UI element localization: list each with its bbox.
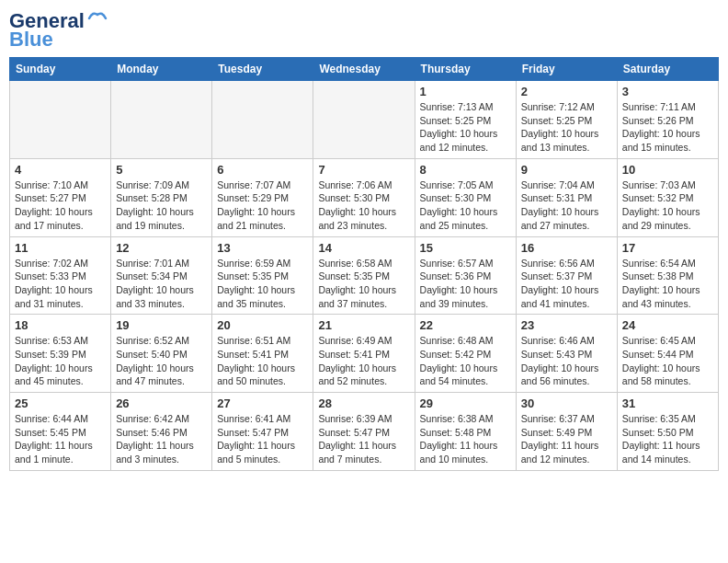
day-info: Sunrise: 7:03 AM Sunset: 5:32 PM Dayligh… (622, 178, 713, 233)
day-number: 15 (420, 241, 511, 255)
week-row-2: 4Sunrise: 7:10 AM Sunset: 5:27 PM Daylig… (10, 158, 719, 236)
day-number: 26 (116, 396, 207, 410)
day-info: Sunrise: 7:09 AM Sunset: 5:28 PM Dayligh… (116, 178, 207, 233)
day-info: Sunrise: 6:59 AM Sunset: 5:35 PM Dayligh… (217, 257, 308, 311)
calendar-cell: 15Sunrise: 6:57 AM Sunset: 5:36 PM Dayli… (415, 236, 516, 315)
day-number: 27 (217, 396, 308, 410)
header-day-tuesday: Tuesday (212, 58, 313, 81)
calendar-cell: 26Sunrise: 6:42 AM Sunset: 5:46 PM Dayli… (111, 393, 212, 471)
day-info: Sunrise: 6:39 AM Sunset: 5:47 PM Dayligh… (318, 412, 409, 466)
calendar-cell: 11Sunrise: 7:02 AM Sunset: 5:33 PM Dayli… (10, 236, 111, 315)
calendar-cell: 10Sunrise: 7:03 AM Sunset: 5:32 PM Dayli… (617, 158, 718, 236)
calendar-cell (111, 81, 212, 159)
day-info: Sunrise: 7:06 AM Sunset: 5:30 PM Dayligh… (318, 178, 409, 233)
calendar-cell (313, 81, 415, 159)
calendar: SundayMondayTuesdayWednesdayThursdayFrid… (9, 57, 719, 471)
calendar-cell: 8Sunrise: 7:05 AM Sunset: 5:30 PM Daylig… (415, 158, 516, 236)
day-number: 20 (217, 318, 308, 332)
calendar-cell: 14Sunrise: 6:58 AM Sunset: 5:35 PM Dayli… (313, 236, 415, 315)
day-number: 17 (622, 241, 713, 255)
calendar-cell: 16Sunrise: 6:56 AM Sunset: 5:37 PM Dayli… (516, 236, 617, 315)
day-info: Sunrise: 6:45 AM Sunset: 5:44 PM Dayligh… (622, 334, 713, 388)
calendar-cell: 22Sunrise: 6:48 AM Sunset: 5:42 PM Dayli… (415, 315, 516, 393)
day-info: Sunrise: 6:44 AM Sunset: 5:45 PM Dayligh… (15, 412, 106, 466)
day-info: Sunrise: 6:37 AM Sunset: 5:49 PM Dayligh… (521, 412, 612, 466)
calendar-cell: 2Sunrise: 7:12 AM Sunset: 5:25 PM Daylig… (516, 81, 617, 159)
week-row-5: 25Sunrise: 6:44 AM Sunset: 5:45 PM Dayli… (10, 393, 719, 471)
day-info: Sunrise: 6:54 AM Sunset: 5:38 PM Dayligh… (622, 257, 713, 311)
calendar-cell: 23Sunrise: 6:46 AM Sunset: 5:43 PM Dayli… (516, 315, 617, 393)
calendar-cell: 4Sunrise: 7:10 AM Sunset: 5:27 PM Daylig… (10, 158, 111, 236)
day-number: 10 (622, 163, 713, 177)
calendar-cell: 21Sunrise: 6:49 AM Sunset: 5:41 PM Dayli… (313, 315, 415, 393)
day-info: Sunrise: 6:53 AM Sunset: 5:39 PM Dayligh… (15, 334, 106, 388)
calendar-cell: 31Sunrise: 6:35 AM Sunset: 5:50 PM Dayli… (617, 393, 718, 471)
calendar-cell: 24Sunrise: 6:45 AM Sunset: 5:44 PM Dayli… (617, 315, 718, 393)
logo: General Blue (9, 9, 108, 52)
calendar-cell: 18Sunrise: 6:53 AM Sunset: 5:39 PM Dayli… (10, 315, 111, 393)
day-number: 6 (217, 163, 308, 177)
calendar-cell: 17Sunrise: 6:54 AM Sunset: 5:38 PM Dayli… (617, 236, 718, 315)
calendar-cell: 28Sunrise: 6:39 AM Sunset: 5:47 PM Dayli… (313, 393, 415, 471)
week-row-1: 1Sunrise: 7:13 AM Sunset: 5:25 PM Daylig… (10, 81, 719, 159)
calendar-cell: 13Sunrise: 6:59 AM Sunset: 5:35 PM Dayli… (212, 236, 313, 315)
day-number: 14 (318, 241, 409, 255)
day-number: 18 (15, 318, 106, 332)
day-info: Sunrise: 7:10 AM Sunset: 5:27 PM Dayligh… (15, 178, 106, 233)
day-number: 2 (521, 85, 612, 98)
day-number: 7 (318, 163, 409, 177)
calendar-cell: 3Sunrise: 7:11 AM Sunset: 5:26 PM Daylig… (617, 81, 718, 159)
header: General Blue (9, 9, 719, 52)
day-number: 29 (420, 396, 511, 410)
day-number: 1 (420, 85, 511, 98)
day-info: Sunrise: 6:52 AM Sunset: 5:40 PM Dayligh… (116, 334, 207, 388)
header-day-sunday: Sunday (10, 58, 111, 81)
day-info: Sunrise: 6:51 AM Sunset: 5:41 PM Dayligh… (217, 334, 308, 388)
day-info: Sunrise: 6:35 AM Sunset: 5:50 PM Dayligh… (622, 412, 713, 466)
day-number: 24 (622, 318, 713, 332)
calendar-cell: 9Sunrise: 7:04 AM Sunset: 5:31 PM Daylig… (516, 158, 617, 236)
day-info: Sunrise: 7:01 AM Sunset: 5:34 PM Dayligh… (116, 257, 207, 311)
day-number: 9 (521, 163, 612, 177)
calendar-cell: 1Sunrise: 7:13 AM Sunset: 5:25 PM Daylig… (415, 81, 516, 159)
header-day-wednesday: Wednesday (313, 58, 415, 81)
day-number: 28 (318, 396, 409, 410)
day-info: Sunrise: 7:04 AM Sunset: 5:31 PM Dayligh… (521, 178, 612, 233)
calendar-cell: 12Sunrise: 7:01 AM Sunset: 5:34 PM Dayli… (111, 236, 212, 315)
calendar-header-row: SundayMondayTuesdayWednesdayThursdayFrid… (10, 58, 719, 81)
day-number: 5 (116, 163, 207, 177)
day-number: 8 (420, 163, 511, 177)
header-day-monday: Monday (111, 58, 212, 81)
calendar-cell: 7Sunrise: 7:06 AM Sunset: 5:30 PM Daylig… (313, 158, 415, 236)
day-info: Sunrise: 6:38 AM Sunset: 5:48 PM Dayligh… (420, 412, 511, 466)
day-number: 25 (15, 396, 106, 410)
day-number: 3 (622, 85, 713, 98)
day-info: Sunrise: 6:49 AM Sunset: 5:41 PM Dayligh… (318, 334, 409, 388)
header-day-thursday: Thursday (415, 58, 516, 81)
day-info: Sunrise: 6:56 AM Sunset: 5:37 PM Dayligh… (521, 257, 612, 311)
day-number: 4 (15, 163, 106, 177)
day-number: 16 (521, 241, 612, 255)
calendar-cell: 29Sunrise: 6:38 AM Sunset: 5:48 PM Dayli… (415, 393, 516, 471)
day-info: Sunrise: 6:48 AM Sunset: 5:42 PM Dayligh… (420, 334, 511, 388)
header-day-saturday: Saturday (617, 58, 718, 81)
day-info: Sunrise: 7:12 AM Sunset: 5:25 PM Dayligh… (521, 100, 612, 155)
day-info: Sunrise: 7:07 AM Sunset: 5:29 PM Dayligh… (217, 178, 308, 233)
calendar-cell: 27Sunrise: 6:41 AM Sunset: 5:47 PM Dayli… (212, 393, 313, 471)
day-number: 30 (521, 396, 612, 410)
day-number: 31 (622, 396, 713, 410)
calendar-cell (212, 81, 313, 159)
day-info: Sunrise: 6:41 AM Sunset: 5:47 PM Dayligh… (217, 412, 308, 466)
calendar-cell: 20Sunrise: 6:51 AM Sunset: 5:41 PM Dayli… (212, 315, 313, 393)
calendar-cell: 5Sunrise: 7:09 AM Sunset: 5:28 PM Daylig… (111, 158, 212, 236)
calendar-cell (10, 81, 111, 159)
header-day-friday: Friday (516, 58, 617, 81)
day-info: Sunrise: 6:42 AM Sunset: 5:46 PM Dayligh… (116, 412, 207, 466)
day-number: 13 (217, 241, 308, 255)
day-info: Sunrise: 7:02 AM Sunset: 5:33 PM Dayligh… (15, 257, 106, 311)
calendar-cell: 19Sunrise: 6:52 AM Sunset: 5:40 PM Dayli… (111, 315, 212, 393)
day-info: Sunrise: 7:05 AM Sunset: 5:30 PM Dayligh… (420, 178, 511, 233)
day-number: 19 (116, 318, 207, 332)
day-number: 21 (318, 318, 409, 332)
day-info: Sunrise: 7:13 AM Sunset: 5:25 PM Dayligh… (420, 100, 511, 155)
